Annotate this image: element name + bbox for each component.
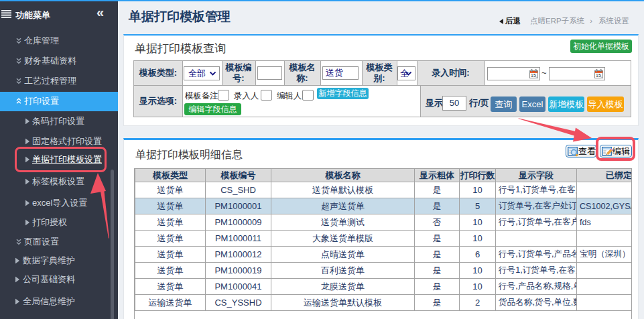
svg-text:15: 15 <box>596 72 601 77</box>
svg-text:15: 15 <box>531 72 536 77</box>
